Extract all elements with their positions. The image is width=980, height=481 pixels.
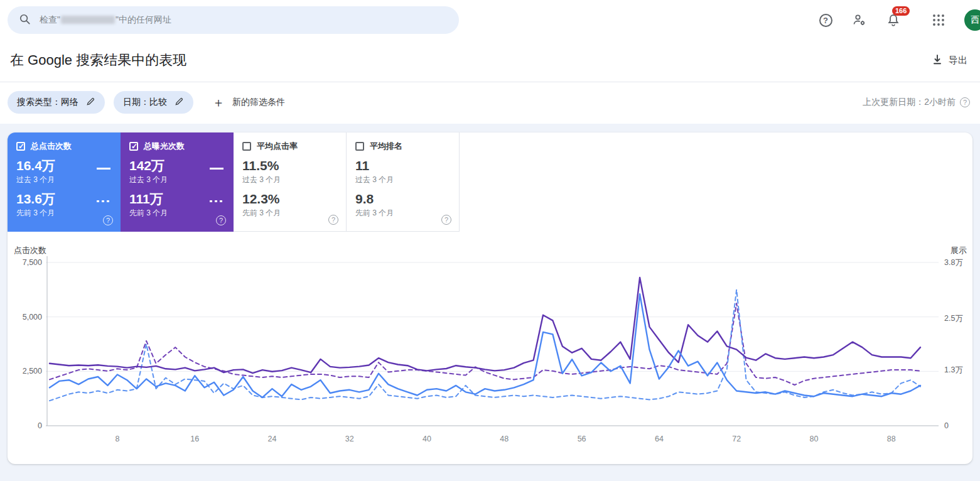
metric-card-average-ctr[interactable]: 平均点击率 11.5%过去 3 个月 12.3%先前 3 个月 ? — [234, 132, 347, 232]
x-tick-label: 88 — [887, 435, 896, 443]
download-icon — [932, 54, 943, 67]
dashed-line-icon — [97, 200, 110, 202]
filter-chip-date[interactable]: 日期：比较 — [114, 91, 193, 114]
metric-value-current: 11 — [355, 159, 450, 173]
filter-chip-search-type[interactable]: 搜索类型：网络 — [8, 91, 105, 114]
metric-cards-row: 总点击次数 16.4万过去 3 个月 13.6万先前 3 个月 ? 总曝光次数 … — [8, 132, 972, 232]
metric-value-current: 142万 — [129, 159, 225, 173]
solid-line-icon — [97, 168, 110, 170]
y-left-tick-label: 0 — [38, 421, 42, 430]
performance-panel: 总点击次数 16.4万过去 3 个月 13.6万先前 3 个月 ? 总曝光次数 … — [8, 132, 972, 464]
metric-card-total-impressions[interactable]: 总曝光次数 142万过去 3 个月 111万先前 3 个月 ? — [121, 132, 234, 232]
checkbox-checked-icon[interactable] — [129, 142, 138, 151]
apps-grid-icon[interactable] — [930, 12, 947, 28]
x-tick-label: 48 — [500, 435, 509, 443]
metric-card-total-clicks[interactable]: 总点击次数 16.4万过去 3 个月 13.6万先前 3 个月 ? — [8, 132, 121, 232]
y-left-tick-label: 7,500 — [23, 258, 42, 267]
dashed-line-icon — [210, 200, 223, 202]
x-tick-label: 56 — [578, 435, 586, 443]
right-axis-title: 展示 — [950, 246, 967, 255]
checkbox-checked-icon[interactable] — [16, 142, 25, 151]
notification-badge: 166 — [892, 6, 910, 16]
x-tick-label: 24 — [268, 435, 277, 443]
x-tick-label: 40 — [423, 435, 431, 443]
y-right-tick-label: 1.3万 — [944, 365, 963, 374]
checkbox-unchecked-icon[interactable] — [242, 142, 251, 151]
y-left-tick-label: 5,000 — [23, 313, 42, 322]
edit-pencil-icon — [86, 97, 95, 108]
help-question-icon[interactable]: ? — [441, 215, 451, 225]
user-settings-icon[interactable] — [851, 12, 868, 28]
metric-value-previous: 12.3% — [242, 192, 337, 206]
x-tick-label: 16 — [190, 435, 199, 443]
x-tick-label: 8 — [115, 435, 119, 443]
x-tick-label: 72 — [732, 435, 741, 443]
title-row: 在 Google 搜索结果中的表现 导出 — [0, 40, 980, 82]
solid-line-icon — [210, 168, 223, 170]
metric-card-average-position[interactable]: 平均排名 11过去 3 个月 9.8先前 3 个月 ? — [347, 132, 460, 232]
plus-icon: ＋ — [212, 96, 225, 109]
url-inspection-search-input[interactable]: 检查""中的任何网址 — [8, 6, 459, 34]
checkbox-unchecked-icon[interactable] — [355, 142, 364, 151]
top-bar: 检查""中的任何网址 ? 166 — [0, 0, 980, 40]
help-icon[interactable]: ? — [817, 12, 834, 28]
app-header: 检查""中的任何网址 ? 166 — [0, 0, 980, 124]
top-icon-cluster: ? 166 西 — [817, 0, 980, 40]
filter-bar: 搜索类型：网络 日期：比较 ＋ 新的筛选条件 上次更新日期：2小时前 ? — [0, 82, 980, 124]
y-right-tick-label: 2.5万 — [944, 314, 963, 323]
series-clicks-previous — [50, 289, 920, 401]
series-impressions-previous — [50, 303, 920, 385]
y-right-tick-label: 3.8万 — [944, 258, 963, 267]
x-tick-label: 80 — [810, 435, 819, 443]
search-placeholder: 检查""中的任何网址 — [40, 14, 171, 26]
y-left-tick-label: 2,500 — [23, 367, 42, 376]
new-filter-button[interactable]: ＋ 新的筛选条件 — [212, 96, 285, 109]
series-clicks-current — [50, 294, 920, 397]
series-impressions-current — [50, 278, 920, 373]
help-question-icon[interactable]: ? — [328, 215, 338, 225]
edit-pencil-icon — [175, 97, 184, 108]
x-tick-label: 32 — [345, 435, 354, 443]
chart-area: 7,5005,0002,50003.8万2.5万1.3万081624324048… — [8, 232, 972, 464]
main-content: 总点击次数 16.4万过去 3 个月 13.6万先前 3 个月 ? 总曝光次数 … — [0, 124, 980, 464]
help-question-icon[interactable]: ? — [960, 97, 970, 107]
left-axis-title: 点击次数 — [14, 246, 46, 255]
metric-value-previous: 111万 — [129, 192, 225, 206]
metric-value-previous: 9.8 — [355, 192, 450, 206]
search-icon — [19, 13, 31, 27]
x-tick-label: 64 — [655, 435, 664, 443]
performance-chart: 7,5005,0002,50003.8万2.5万1.3万081624324048… — [8, 239, 972, 458]
metric-value-previous: 13.6万 — [16, 192, 112, 206]
page-title: 在 Google 搜索结果中的表现 — [10, 51, 186, 70]
avatar[interactable]: 西 — [964, 9, 980, 31]
y-right-tick-label: 0 — [944, 421, 949, 430]
metric-value-current: 16.4万 — [16, 159, 112, 173]
last-updated-label: 上次更新日期：2小时前 ? — [863, 97, 970, 108]
redacted-site-name — [61, 16, 115, 24]
metric-value-current: 11.5% — [242, 159, 337, 173]
notifications-bell-icon[interactable]: 166 — [885, 12, 902, 28]
export-button[interactable]: 导出 — [932, 54, 970, 67]
help-question-icon[interactable]: ? — [103, 215, 113, 225]
help-question-icon[interactable]: ? — [216, 215, 226, 225]
